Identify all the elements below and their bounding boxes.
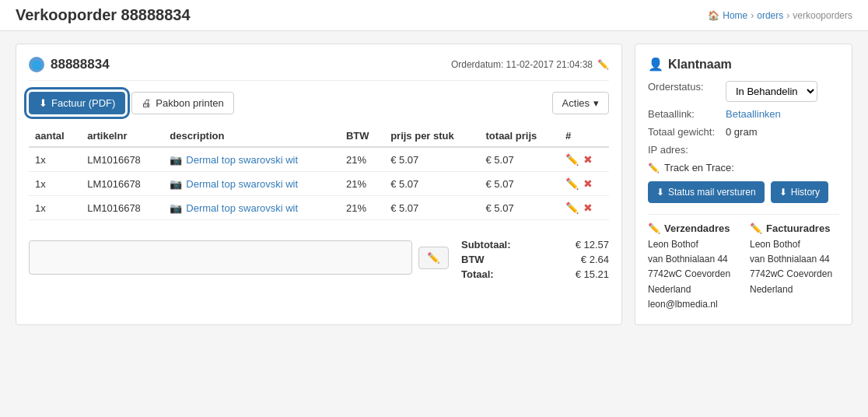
cell-actions: ✏️ ✖	[559, 147, 609, 172]
divider	[648, 214, 839, 215]
cell-aantal: 1x	[29, 196, 81, 220]
col-actions: #	[559, 125, 609, 147]
status-mail-button[interactable]: ⬇ Status mail versturen	[648, 181, 765, 203]
send-icon: ⬇	[656, 187, 664, 198]
page-title: Verkooporder 88888834	[16, 6, 191, 24]
order-header: 🌐 88888834 Orderdatum: 11-02-2017 21:04:…	[29, 57, 609, 81]
product-link[interactable]: 📷 Dermal top swarovski wit	[170, 178, 334, 190]
cell-prijs: € 5.07	[384, 147, 479, 172]
cell-totaal: € 5.07	[480, 147, 559, 172]
cell-artikelnr: LM1016678	[81, 172, 163, 196]
delete-row-icon[interactable]: ✖	[583, 177, 593, 190]
order-date: Orderdatum: 11-02-2017 21:04:38 ✏️	[451, 59, 609, 70]
acties-button[interactable]: Acties ▾	[552, 92, 609, 114]
download-icon: ⬇	[39, 97, 47, 109]
edit-icon: ✏️	[427, 252, 440, 264]
caret-icon: ▾	[593, 97, 599, 109]
verzendadres-lines: Leon Bothof van Bothnialaan 44 7742wC Co…	[648, 237, 737, 312]
camera-icon: 📷	[170, 154, 182, 166]
breadcrumb: 🏠 Home › orders › verkooporders	[708, 10, 852, 21]
breadcrumb-home[interactable]: Home	[723, 10, 747, 21]
side-buttons: ⬇ Status mail versturen ⬇ History	[648, 181, 839, 203]
col-prijs: prijs per stuk	[384, 125, 479, 147]
col-artikelnr: artikelnr	[81, 125, 163, 147]
cell-actions: ✏️ ✖	[559, 196, 609, 220]
edit-row-icon[interactable]: ✏️	[565, 153, 579, 166]
delete-row-icon[interactable]: ✖	[583, 201, 593, 214]
cell-description: 📷 Dermal top swarovski wit	[163, 147, 340, 172]
col-totaal: totaal prijs	[480, 125, 559, 147]
ipadres-row: IP adres:	[648, 144, 839, 156]
col-description: description	[163, 125, 340, 147]
order-id: 88888834	[51, 57, 110, 72]
betaallink-row: Betaallink: Betaallinken	[648, 108, 839, 120]
camera-icon: 📷	[170, 202, 182, 214]
map-icon: ✏️	[648, 223, 660, 234]
cell-actions: ✏️ ✖	[559, 172, 609, 196]
verzendadres-title: ✏️ Verzendadres	[648, 223, 737, 234]
col-aantal: aantal	[29, 125, 81, 147]
edit-date-icon[interactable]: ✏️	[597, 59, 609, 70]
orderstatus-row: Orderstatus: In Behandelin	[648, 81, 839, 102]
left-actions: ⬇ Factuur (PDF) 🖨 Pakbon printen	[29, 92, 234, 114]
factuuradres-block: ✏️ Factuuradres Leon Bothof van Bothnial…	[750, 223, 839, 312]
factuur-button[interactable]: ⬇ Factuur (PDF)	[29, 92, 125, 114]
order-table: aantal artikelnr description BTW prijs p…	[29, 125, 609, 220]
cell-prijs: € 5.07	[384, 172, 479, 196]
actions-row: ⬇ Factuur (PDF) 🖨 Pakbon printen Acties …	[29, 92, 609, 114]
cell-btw: 21%	[340, 147, 384, 172]
cell-totaal: € 5.07	[480, 172, 559, 196]
breadcrumb-current: verkooporders	[793, 10, 852, 21]
track-edit-icon: ✏️	[648, 163, 660, 173]
product-link[interactable]: 📷 Dermal top swarovski wit	[170, 202, 334, 214]
content-wrapper: 🌐 88888834 Orderdatum: 11-02-2017 21:04:…	[0, 31, 868, 338]
subtotaal-row: Subtotaal: € 12.57	[461, 239, 609, 251]
cell-btw: 21%	[340, 196, 384, 220]
verzendadres-block: ✏️ Verzendadres Leon Bothof van Bothnial…	[648, 223, 737, 312]
orderstatus-select[interactable]: In Behandelin	[726, 81, 817, 102]
cell-description: 📷 Dermal top swarovski wit	[163, 196, 340, 220]
edit-row-icon[interactable]: ✏️	[565, 201, 579, 214]
cell-btw: 21%	[340, 172, 384, 196]
breadcrumb-orders[interactable]: orders	[757, 10, 783, 21]
camera-icon: 📷	[170, 178, 182, 190]
history-icon: ⬇	[779, 187, 787, 198]
top-bar: Verkooporder 88888834 🏠 Home › orders › …	[0, 0, 868, 31]
home-icon: 🏠	[708, 10, 719, 21]
bottom-section: ✏️ Subtotaal: € 12.57 BTW € 2.64 Totaal:…	[29, 233, 609, 280]
totals-section: Subtotaal: € 12.57 BTW € 2.64 Totaal: € …	[461, 233, 609, 280]
cell-aantal: 1x	[29, 172, 81, 196]
factuuradres-lines: Leon Bothof van Bothnialaan 44 7742wC Co…	[750, 237, 839, 297]
globe-icon: 🌐	[29, 57, 44, 72]
cell-artikelnr: LM1016678	[81, 147, 163, 172]
totaal-row: Totaal: € 15.21	[461, 268, 609, 280]
user-icon: 👤	[648, 57, 663, 72]
pakbon-button[interactable]: 🖨 Pakbon printen	[131, 92, 233, 114]
print-icon: 🖨	[142, 97, 152, 109]
side-panel: 👤 Klantnaam Orderstatus: In Behandelin B…	[635, 44, 852, 325]
klantnaam-title: 👤 Klantnaam	[648, 57, 839, 72]
cell-totaal: € 5.07	[480, 196, 559, 220]
order-id-row: 🌐 88888834	[29, 57, 110, 72]
factuuradres-title: ✏️ Factuuradres	[750, 223, 839, 234]
track-row: ✏️ Track en Trace:	[648, 162, 839, 173]
betaallink[interactable]: Betaallinken	[726, 108, 781, 120]
table-row: 1x LM1016678 📷 Dermal top swarovski wit …	[29, 172, 609, 196]
product-link[interactable]: 📷 Dermal top swarovski wit	[170, 154, 334, 166]
delete-row-icon[interactable]: ✖	[583, 153, 593, 166]
edit-row-icon[interactable]: ✏️	[565, 177, 579, 190]
address-section: ✏️ Verzendadres Leon Bothof van Bothnial…	[648, 223, 839, 312]
history-button[interactable]: ⬇ History	[771, 181, 828, 203]
note-section: ✏️	[29, 240, 449, 275]
table-row: 1x LM1016678 📷 Dermal top swarovski wit …	[29, 196, 609, 220]
table-row: 1x LM1016678 📷 Dermal top swarovski wit …	[29, 147, 609, 172]
note-save-button[interactable]: ✏️	[418, 247, 449, 269]
map2-icon: ✏️	[750, 223, 762, 234]
col-btw: BTW	[340, 125, 384, 147]
btw-row: BTW € 2.64	[461, 254, 609, 265]
cell-description: 📷 Dermal top swarovski wit	[163, 172, 340, 196]
cell-prijs: € 5.07	[384, 196, 479, 220]
main-panel: 🌐 88888834 Orderdatum: 11-02-2017 21:04:…	[16, 44, 622, 325]
cell-artikelnr: LM1016678	[81, 196, 163, 220]
note-input[interactable]	[29, 240, 412, 275]
